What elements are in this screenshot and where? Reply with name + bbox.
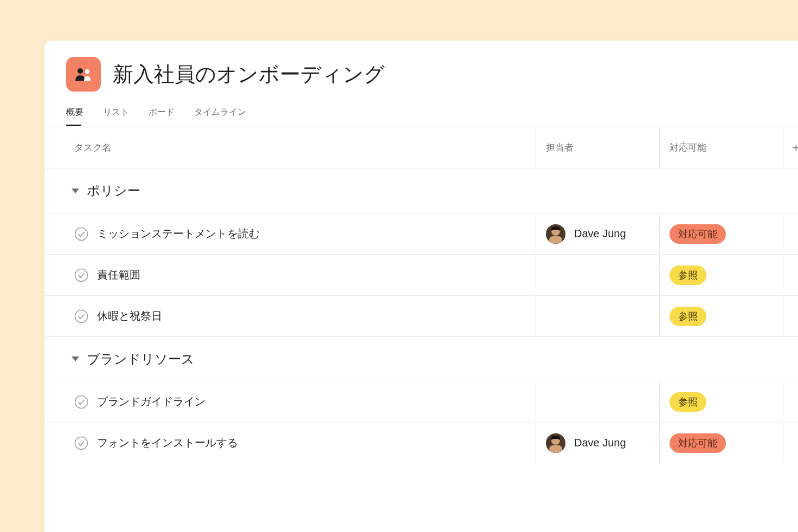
status-cell[interactable]: 対応可能 bbox=[659, 423, 783, 463]
assignee-cell[interactable] bbox=[536, 296, 659, 336]
task-name: 責任範囲 bbox=[97, 268, 140, 282]
section-header-brand[interactable]: ブランドリソース bbox=[44, 336, 798, 381]
status-cell[interactable]: 参照 bbox=[659, 296, 783, 336]
status-cell[interactable]: 参照 bbox=[659, 381, 783, 422]
svg-point-7 bbox=[75, 310, 88, 322]
tab-list[interactable]: リスト bbox=[103, 107, 129, 127]
task-name-cell: フォントをインストールする bbox=[44, 423, 536, 463]
tabs: 概要 リスト ボード タイムライン bbox=[44, 97, 798, 127]
task-row[interactable]: ミッションステートメントを読む Dave Jung 対応可能 bbox=[44, 213, 798, 254]
task-row[interactable]: フォントをインストールする Dave Jung 対応可能 bbox=[44, 422, 798, 463]
extra-cell bbox=[783, 381, 798, 422]
people-icon bbox=[74, 68, 93, 81]
task-name: 休暇と祝祭日 bbox=[97, 309, 162, 323]
project-card: 新入社員のオンボーディング 概要 リスト ボード タイムライン タスク名 担当者… bbox=[44, 41, 798, 532]
task-name: フォントをインストールする bbox=[97, 436, 238, 450]
extra-cell bbox=[783, 255, 798, 295]
section-title: ポリシー bbox=[87, 182, 140, 199]
svg-point-6 bbox=[75, 269, 88, 281]
assignee-name: Dave Jung bbox=[574, 437, 626, 449]
status-cell[interactable]: 対応可能 bbox=[659, 213, 783, 254]
task-row[interactable]: 責任範囲 参照 bbox=[44, 254, 798, 295]
section-header-policy[interactable]: ポリシー bbox=[44, 168, 798, 213]
task-row[interactable]: 休暇と祝祭日 参照 bbox=[44, 295, 798, 336]
status-badge: 参照 bbox=[670, 265, 706, 285]
assignee-cell[interactable] bbox=[536, 381, 659, 422]
section-title: ブランドリソース bbox=[87, 351, 195, 368]
task-name: ミッションステートメントを読む bbox=[97, 226, 260, 241]
assignee-cell[interactable]: Dave Jung bbox=[536, 213, 659, 254]
project-icon-badge[interactable] bbox=[66, 57, 101, 92]
tab-board[interactable]: ボード bbox=[149, 107, 175, 127]
status-cell[interactable]: 参照 bbox=[659, 255, 783, 295]
status-badge: 参照 bbox=[670, 392, 706, 412]
caret-down-icon[interactable] bbox=[72, 356, 79, 361]
check-circle-icon[interactable] bbox=[74, 436, 88, 450]
check-circle-icon[interactable] bbox=[74, 268, 88, 282]
assignee-cell[interactable]: Dave Jung bbox=[536, 423, 659, 463]
status-badge: 参照 bbox=[670, 307, 706, 326]
svg-point-8 bbox=[75, 395, 88, 408]
svg-point-0 bbox=[78, 68, 83, 74]
col-status[interactable]: 対応可能 bbox=[659, 127, 783, 168]
task-name-cell: ミッションステートメントを読む bbox=[44, 213, 536, 254]
tab-timeline[interactable]: タイムライン bbox=[194, 107, 246, 127]
table-header-row: タスク名 担当者 対応可能 + bbox=[44, 127, 798, 168]
project-title[interactable]: 新入社員のオンボーディング bbox=[113, 61, 385, 88]
avatar bbox=[546, 433, 565, 453]
status-badge: 対応可能 bbox=[670, 433, 726, 453]
caret-down-icon[interactable] bbox=[72, 189, 79, 193]
task-name-cell: 休暇と祝祭日 bbox=[44, 296, 536, 336]
check-circle-icon[interactable] bbox=[74, 227, 88, 241]
task-name: ブランドガイドライン bbox=[97, 394, 205, 409]
col-assignee[interactable]: 担当者 bbox=[536, 127, 659, 168]
svg-rect-5 bbox=[549, 236, 562, 244]
tab-overview[interactable]: 概要 bbox=[66, 107, 83, 127]
assignee-cell[interactable] bbox=[536, 255, 659, 295]
check-circle-icon[interactable] bbox=[74, 309, 88, 323]
svg-point-9 bbox=[75, 437, 88, 449]
add-column-button[interactable]: + bbox=[783, 127, 798, 168]
assignee-name: Dave Jung bbox=[574, 228, 626, 240]
extra-cell bbox=[783, 423, 798, 463]
svg-point-1 bbox=[85, 69, 89, 74]
project-header: 新入社員のオンボーディング bbox=[44, 41, 798, 97]
check-circle-icon[interactable] bbox=[74, 395, 88, 409]
task-name-cell: 責任範囲 bbox=[44, 255, 536, 295]
col-task-name[interactable]: タスク名 bbox=[44, 127, 536, 168]
svg-point-2 bbox=[75, 228, 88, 240]
task-row[interactable]: ブランドガイドライン 参照 bbox=[44, 381, 798, 422]
extra-cell bbox=[783, 296, 798, 336]
avatar bbox=[546, 224, 565, 244]
task-name-cell: ブランドガイドライン bbox=[44, 381, 536, 422]
svg-rect-12 bbox=[549, 445, 562, 453]
status-badge: 対応可能 bbox=[670, 224, 726, 244]
extra-cell bbox=[783, 213, 798, 254]
